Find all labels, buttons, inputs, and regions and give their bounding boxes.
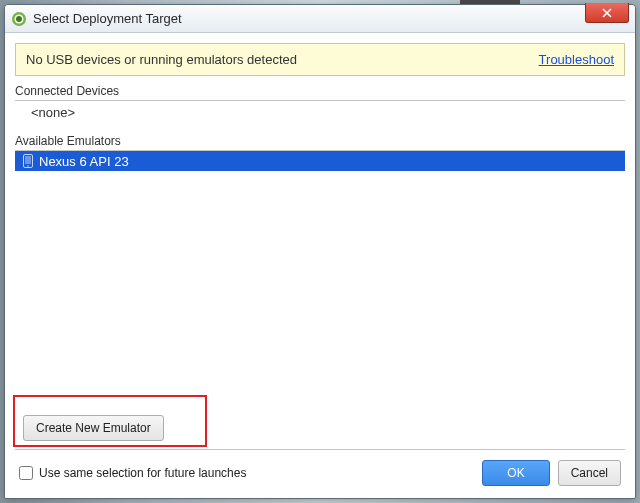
cancel-button[interactable]: Cancel xyxy=(558,460,621,486)
svg-point-5 xyxy=(27,165,29,167)
svg-point-2 xyxy=(16,16,22,22)
connected-devices-none: <none> xyxy=(15,101,625,126)
troubleshoot-link[interactable]: Troubleshoot xyxy=(539,52,614,67)
titlebar: Select Deployment Target xyxy=(5,5,635,33)
emulator-name: Nexus 6 API 23 xyxy=(39,154,129,169)
phone-icon xyxy=(23,154,33,168)
emulator-list: Nexus 6 API 23 xyxy=(15,151,625,409)
remember-selection-input[interactable] xyxy=(19,466,33,480)
emulator-item[interactable]: Nexus 6 API 23 xyxy=(15,151,625,171)
dialog-window: Select Deployment Target No USB devices … xyxy=(4,4,636,499)
app-icon xyxy=(11,11,27,27)
available-emulators-label: Available Emulators xyxy=(15,132,625,151)
create-row: Create New Emulator xyxy=(15,409,625,449)
dialog-content: No USB devices or running emulators dete… xyxy=(5,33,635,498)
remember-selection-label: Use same selection for future launches xyxy=(39,466,246,480)
banner-message: No USB devices or running emulators dete… xyxy=(26,52,297,67)
window-title: Select Deployment Target xyxy=(33,11,182,26)
create-new-emulator-button[interactable]: Create New Emulator xyxy=(23,415,164,441)
warning-banner: No USB devices or running emulators dete… xyxy=(15,43,625,76)
close-button[interactable] xyxy=(585,3,629,23)
svg-rect-4 xyxy=(25,156,31,164)
remember-selection-checkbox[interactable]: Use same selection for future launches xyxy=(19,466,246,480)
ok-button[interactable]: OK xyxy=(482,460,549,486)
emulator-list-empty-area[interactable] xyxy=(15,171,625,409)
footer-buttons: OK Cancel xyxy=(482,460,621,486)
footer: Use same selection for future launches O… xyxy=(15,449,625,488)
connected-devices-label: Connected Devices xyxy=(15,82,625,101)
